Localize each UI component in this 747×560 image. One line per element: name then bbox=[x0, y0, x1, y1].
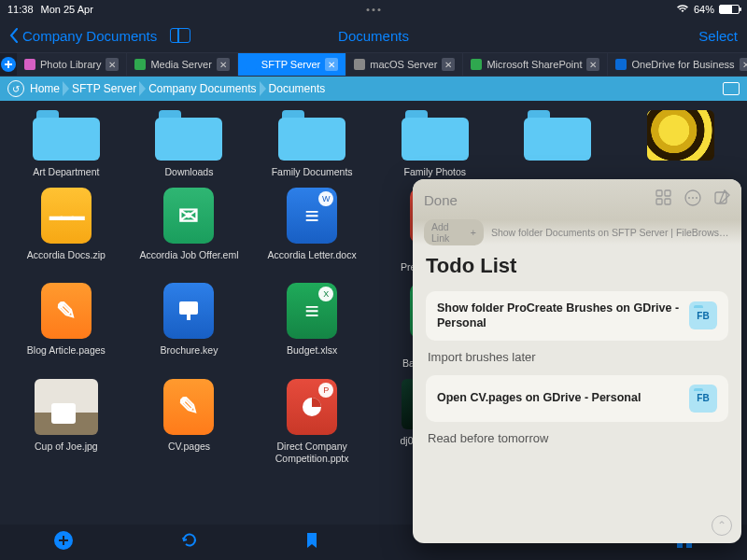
close-tab-icon[interactable]: ✕ bbox=[586, 58, 599, 71]
file-item[interactable]: ▬▬▬Accordia Docs.zip bbox=[9, 188, 123, 273]
battery-icon bbox=[719, 5, 740, 14]
close-tab-icon[interactable]: ✕ bbox=[740, 58, 747, 71]
folder-item[interactable]: Family Photos bbox=[378, 110, 492, 178]
folder-item[interactable]: Downloads bbox=[133, 110, 247, 178]
notes-popup: Done Add Link+ Show folder Documents on … bbox=[413, 179, 741, 543]
status-date: Mon 25 Apr bbox=[41, 4, 93, 15]
sidebar-toggle-icon[interactable] bbox=[170, 28, 190, 43]
tab[interactable]: macOS Server✕ bbox=[346, 53, 463, 76]
more-icon[interactable] bbox=[684, 189, 701, 211]
note-line[interactable]: Read before tomorrow bbox=[428, 431, 728, 445]
breadcrumb-segment[interactable]: Documents bbox=[269, 82, 326, 95]
select-button[interactable]: Select bbox=[698, 28, 738, 44]
svg-rect-2 bbox=[179, 301, 198, 315]
file-item[interactable]: W≡Accordia Letter.docx bbox=[255, 188, 369, 273]
folder-item[interactable]: Art Department bbox=[9, 110, 123, 178]
close-tab-icon[interactable]: ✕ bbox=[217, 58, 230, 71]
close-tab-icon[interactable]: ✕ bbox=[442, 58, 455, 71]
file-item[interactable]: Cup of Joe.jpg bbox=[9, 379, 123, 465]
cast-icon[interactable] bbox=[723, 82, 740, 95]
file-item[interactable]: Brochure.key bbox=[133, 283, 247, 369]
tab[interactable]: Microsoft SharePoint✕ bbox=[463, 53, 608, 76]
breadcrumb-segment[interactable]: Company Documents bbox=[148, 82, 256, 95]
history-icon[interactable]: ↺ bbox=[7, 80, 24, 97]
filebrowser-badge-icon: FB bbox=[689, 385, 717, 413]
tab[interactable]: Media Server✕ bbox=[127, 53, 237, 76]
file-item[interactable]: X≡Budget.xlsx bbox=[255, 283, 369, 369]
svg-rect-9 bbox=[656, 190, 662, 196]
nav-bar: Company Documents Documents Select bbox=[0, 19, 747, 52]
tab[interactable]: Photo Library✕ bbox=[17, 53, 127, 76]
svg-rect-11 bbox=[656, 199, 662, 204]
scroll-to-top-icon[interactable]: ⌃ bbox=[712, 515, 732, 536]
wifi-icon bbox=[676, 4, 689, 15]
gallery-view-icon[interactable] bbox=[655, 189, 671, 211]
battery-pct: 64% bbox=[694, 4, 714, 15]
todo-card[interactable]: Show folder ProCreate Brushes on GDrive … bbox=[426, 291, 728, 341]
popup-breadcrumb: Add Link+ Show folder Documents on SFTP … bbox=[413, 220, 741, 245]
refresh-button[interactable] bbox=[180, 531, 199, 554]
add-button[interactable] bbox=[53, 530, 74, 555]
close-tab-icon[interactable]: ✕ bbox=[106, 58, 119, 71]
folder-item[interactable]: Family Documents bbox=[255, 110, 369, 178]
note-line[interactable]: Import brushes later bbox=[428, 350, 728, 364]
page-title: Documents bbox=[338, 28, 409, 44]
popup-body: Todo List Show folder ProCreate Brushes … bbox=[413, 245, 741, 543]
popup-toolbar: Done bbox=[413, 179, 741, 220]
breadcrumb-segment[interactable]: Home bbox=[30, 82, 60, 95]
status-time: 11:38 bbox=[7, 4, 34, 15]
folder-item[interactable] bbox=[501, 110, 615, 178]
todo-card[interactable]: Open CV.pages on GDrive - PersonalFB bbox=[426, 375, 728, 422]
file-item[interactable]: ✎Blog Article.pages bbox=[9, 283, 123, 369]
svg-rect-12 bbox=[665, 199, 670, 204]
svg-rect-3 bbox=[187, 315, 190, 320]
back-label: Company Documents bbox=[22, 28, 157, 44]
add-link-pill[interactable]: Add Link+ bbox=[424, 219, 484, 245]
note-title: Todo List bbox=[426, 254, 728, 278]
compose-icon[interactable] bbox=[714, 189, 730, 211]
tab-bar: Photo Library✕Media Server✕SFTP Server✕m… bbox=[0, 52, 747, 77]
file-item[interactable]: ✎CV.pages bbox=[133, 379, 247, 465]
close-tab-icon[interactable]: ✕ bbox=[325, 58, 338, 71]
popup-crumb-text: Show folder Documents on SFTP Server | F… bbox=[491, 227, 730, 238]
file-item[interactable]: ✉Accordia Job Offer.eml bbox=[133, 188, 247, 273]
add-tab-button[interactable] bbox=[0, 53, 17, 76]
status-bar: 11:38 Mon 25 Apr 64% bbox=[0, 0, 747, 19]
tab[interactable]: OneDrive for Business✕ bbox=[608, 53, 747, 76]
chevron-left-icon bbox=[9, 28, 19, 43]
bookmark-button[interactable] bbox=[305, 532, 318, 553]
svg-point-14 bbox=[688, 197, 690, 199]
tab[interactable]: SFTP Server✕ bbox=[238, 53, 346, 76]
file-item[interactable]: PDirect Company Competition.pptx bbox=[255, 379, 369, 465]
svg-point-16 bbox=[696, 197, 698, 199]
file-item[interactable] bbox=[624, 110, 738, 178]
breadcrumb-segment[interactable]: SFTP Server bbox=[72, 82, 136, 95]
multitask-dots[interactable] bbox=[367, 8, 381, 11]
back-button[interactable]: Company Documents bbox=[9, 28, 190, 44]
breadcrumb: ↺ HomeSFTP ServerCompany DocumentsDocume… bbox=[0, 77, 747, 101]
filebrowser-badge-icon: FB bbox=[689, 301, 717, 329]
done-button[interactable]: Done bbox=[424, 192, 458, 208]
svg-rect-10 bbox=[665, 190, 670, 196]
svg-point-15 bbox=[692, 197, 694, 199]
